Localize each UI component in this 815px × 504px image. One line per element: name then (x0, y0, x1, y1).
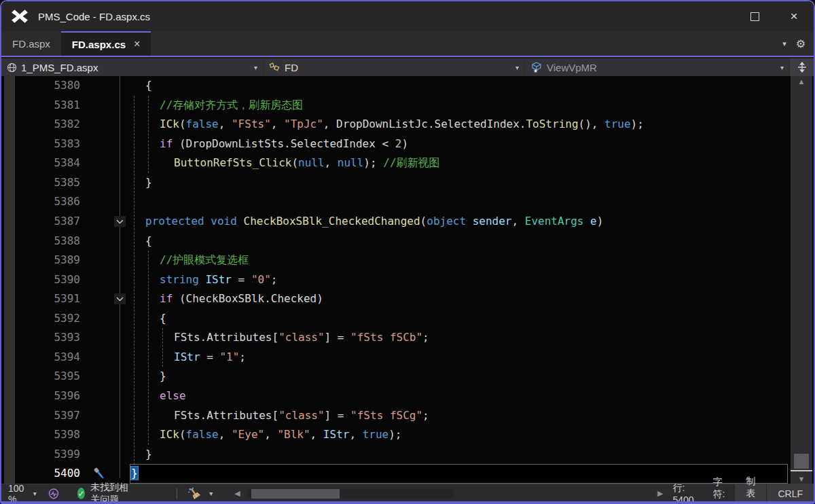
line-number: 5381 (1, 96, 80, 115)
navigation-bar: 1_PMS_FD.aspx ▾ FD ▾ (1, 58, 814, 76)
member-dropdown-value: ViewVpMR (547, 62, 597, 73)
line-number: 5382 (1, 115, 80, 134)
code-text: //护眼模式复选框 (130, 251, 788, 270)
visual-studio-logo-icon (11, 8, 29, 24)
code-line[interactable]: 5384ButtonRefSts_Click(null, null); //刷新… (1, 154, 789, 173)
maximize-button[interactable] (735, 1, 774, 31)
code-line[interactable]: 5385} (1, 173, 789, 193)
code-text: protected void CheckBoxSBlk_CheckedChang… (130, 212, 788, 232)
window-title: PMS_Code - FD.aspx.cs (38, 11, 150, 22)
code-line[interactable]: 5396else (1, 386, 789, 406)
cursor-char-indicator[interactable]: 字符: 2 (704, 476, 735, 504)
line-number: 5385 (1, 173, 80, 193)
line-number: 5392 (1, 309, 80, 329)
code-line[interactable]: 5393FSts.Attributes["class"] = "fSts fSC… (1, 328, 789, 348)
scroll-down-icon[interactable]: ▼ (791, 475, 812, 483)
code-text: else (130, 386, 788, 406)
line-number: 5398 (1, 425, 80, 445)
code-line[interactable]: 5387protected void CheckBoxSBlk_CheckedC… (1, 212, 789, 232)
code-line[interactable]: 5390string IStr = "0"; (1, 270, 789, 290)
tab-label: FD.aspx.cs (72, 39, 126, 50)
line-number: 5400 (1, 464, 80, 484)
health-message[interactable]: 未找到相关问题 (90, 482, 135, 504)
line-number: 5397 (1, 406, 80, 426)
window-controls: × (735, 1, 814, 31)
no-issues-check-icon[interactable]: ✓ (77, 488, 85, 499)
vertical-scrollbar[interactable]: ▲ ▼ (791, 76, 812, 484)
project-dropdown[interactable]: 1_PMS_FD.aspx ▾ (1, 58, 263, 76)
chevron-down-icon: ▾ (254, 64, 257, 71)
split-editor-button[interactable] (789, 58, 814, 76)
scroll-up-icon[interactable]: ▲ (791, 77, 812, 86)
line-number: 5395 (1, 367, 80, 386)
code-text: } (130, 173, 788, 193)
gear-icon[interactable]: ⚙ (796, 37, 805, 50)
line-number: 5399 (1, 445, 80, 465)
project-dropdown-value: 1_PMS_FD.aspx (21, 62, 98, 73)
code-line[interactable]: 5391if (CheckBoxSBlk.Checked) (1, 289, 789, 309)
zoom-chevron-icon[interactable]: ▾ (33, 490, 37, 497)
status-bar-right: 行: 5400 字符: 2 制表符 CRLF (663, 484, 814, 503)
line-number: 5389 (1, 251, 80, 270)
code-line[interactable]: 5382ICk(false, "FSts", "TpJc", DropDownL… (1, 115, 789, 134)
scroll-right-icon[interactable]: ▶ (657, 489, 663, 498)
type-dropdown[interactable]: FD ▾ (263, 58, 524, 76)
code-text (130, 192, 788, 212)
code-line[interactable]: 5392{ (1, 309, 789, 329)
code-text: { (130, 309, 788, 329)
code-line[interactable]: 5383if (DropDownListSts.SelectedIndex < … (1, 134, 789, 154)
close-button[interactable]: × (774, 1, 814, 31)
code-text: ButtonRefSts_Click(null, null); //刷新视图 (130, 154, 788, 173)
horizontal-scrollbar-thumb[interactable] (251, 489, 340, 499)
line-ending-indicator[interactable]: CRLF (766, 484, 814, 503)
code-lines[interactable]: 5380{5381//存储对齐方式，刷新房态图5382ICk(false, "F… (1, 76, 789, 484)
code-line[interactable]: 5389//护眼模式复选框 (1, 251, 789, 270)
indentation-mode-indicator[interactable]: 制表符 (734, 484, 766, 503)
code-cleanup-icon[interactable] (187, 487, 202, 501)
code-line[interactable]: 5388{ (1, 232, 789, 251)
horizontal-scrollbar[interactable] (247, 489, 454, 499)
scroll-left-icon[interactable]: ◀ (234, 489, 240, 498)
tab-fd-aspx-cs[interactable]: FD.aspx.cs × (61, 31, 151, 56)
line-number: 5384 (1, 154, 80, 173)
code-text: ICk(false, "Eye", "Blk", IStr, true); (130, 425, 788, 445)
svg-text:★: ★ (533, 68, 538, 73)
code-line[interactable]: 5397FSts.Attributes["class"] = "fSts fSC… (1, 406, 789, 426)
code-line[interactable]: 5386 (1, 192, 789, 212)
tab-fd-aspx[interactable]: FD.aspx (1, 31, 61, 56)
code-line[interactable]: 5381//存储对齐方式，刷新房态图 (1, 96, 789, 115)
code-text: { (130, 232, 788, 251)
document-health-icon[interactable] (48, 488, 60, 500)
code-text: } (130, 464, 788, 484)
code-editor[interactable]: 5380{5381//存储对齐方式，刷新房态图5382ICk(false, "F… (1, 76, 814, 484)
line-number: 5383 (1, 134, 80, 154)
class-icon (269, 62, 280, 73)
zoom-level[interactable]: 100 % (8, 483, 26, 504)
window-list-chevron-icon[interactable]: ▾ (782, 39, 786, 48)
code-text: ICk(false, "FSts", "TpJc", DropDownListJ… (130, 115, 788, 134)
code-line[interactable]: 5398ICk(false, "Eye", "Blk", IStr, true)… (1, 425, 789, 445)
member-dropdown[interactable]: ★ ViewVpMR ▾ (524, 58, 789, 76)
code-line[interactable]: 5394IStr = "1"; (1, 348, 789, 367)
code-text: FSts.Attributes["class"] = "fSts fSCb"; (130, 328, 788, 348)
code-text: } (130, 367, 788, 386)
vs-window: PMS_Code - FD.aspx.cs × FD.aspx FD.aspx.… (0, 0, 815, 504)
line-number: 5390 (1, 270, 80, 290)
line-number: 5396 (1, 386, 80, 406)
title-bar: PMS_Code - FD.aspx.cs × (1, 1, 814, 31)
code-text: string IStr = "0"; (130, 270, 788, 290)
close-icon: × (790, 9, 797, 24)
scrollbar-separator (791, 470, 812, 471)
tab-label: FD.aspx (12, 38, 50, 50)
code-text: FSts.Attributes["class"] = "fSts fSCg"; (130, 406, 788, 426)
code-line[interactable]: 5399} (1, 445, 789, 465)
screenshot-stage: PMS_Code - FD.aspx.cs × FD.aspx FD.aspx.… (0, 0, 815, 504)
cursor-line-indicator[interactable]: 行: 5400 (663, 482, 703, 504)
status-divider (177, 488, 177, 499)
close-tab-icon[interactable]: × (134, 38, 140, 50)
code-line[interactable]: 5380{ (1, 76, 789, 96)
vertical-scrollbar-thumb[interactable] (794, 454, 809, 469)
code-cleanup-chevron-icon[interactable]: ▾ (209, 490, 213, 497)
code-line[interactable]: 5395} (1, 367, 789, 386)
code-text: //存储对齐方式，刷新房态图 (130, 96, 788, 115)
